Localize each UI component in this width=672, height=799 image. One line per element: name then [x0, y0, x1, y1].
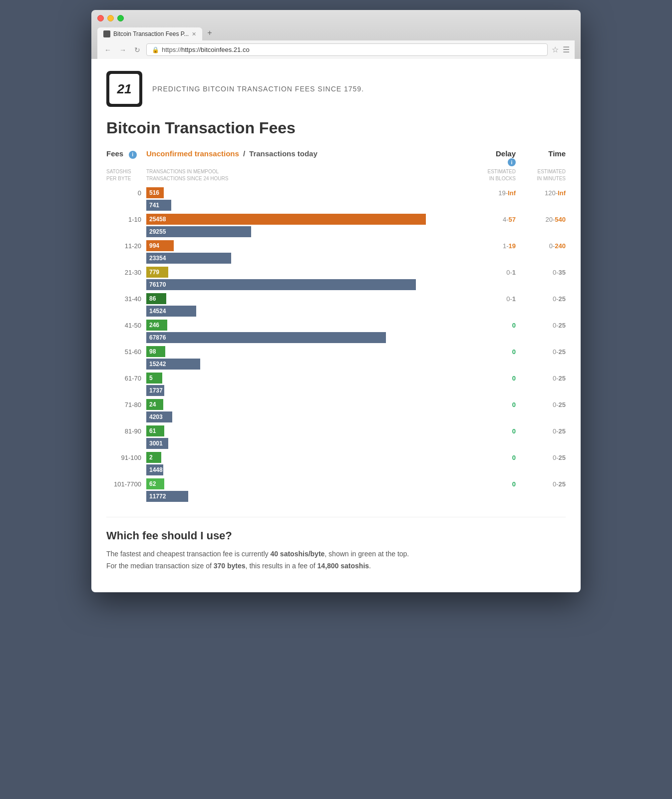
sub-transactions-header: TRANSACTIONS IN MEMPOOL TRANSACTIONS SIN…	[146, 168, 466, 182]
fee-row-101-7700: 101-7700621177200-25	[106, 478, 566, 502]
fee-range-label: 41-50	[106, 320, 146, 329]
fee-row-0: 051674119-Inf120-Inf	[106, 187, 566, 211]
fee-time: 0-35	[516, 267, 566, 276]
fee-row-91-100: 91-1002144800-25	[106, 452, 566, 475]
today-bar: 4203	[146, 411, 172, 422]
fee-delay: 0-1	[466, 293, 516, 303]
bars-container: 613001	[146, 425, 466, 449]
fee-range-label: 11-20	[106, 240, 146, 250]
unconfirmed-bar: 516	[146, 187, 164, 198]
fees-info-icon[interactable]: i	[129, 151, 137, 159]
bars-container: 24667876	[146, 320, 466, 343]
fee-delay: 0	[466, 425, 516, 435]
tab-close-icon[interactable]: ✕	[192, 31, 196, 37]
slash-divider: /	[243, 149, 245, 158]
forward-button[interactable]: →	[117, 45, 128, 55]
traffic-lights	[97, 15, 575, 21]
today-label: Transactions today	[249, 149, 318, 158]
fee-row-1-10: 1-1025458292554-5720-540	[106, 214, 566, 237]
fee-rows-container: 051674119-Inf120-Inf1-1025458292554-5720…	[106, 187, 566, 502]
unconfirmed-bar: 25458	[146, 214, 426, 225]
delay-info-icon[interactable]: i	[508, 158, 516, 166]
fee-range-label: 71-80	[106, 399, 146, 408]
bars-container: 77976170	[146, 267, 466, 290]
today-bar: 23354	[146, 253, 231, 264]
site-header: 21 PREDICTING BITCOIN TRANSACTION FEES S…	[106, 71, 566, 107]
bars-container: 6211772	[146, 478, 466, 502]
fee-row-61-70: 61-705173700-25	[106, 373, 566, 396]
tab-favicon	[103, 30, 110, 37]
new-tab-button[interactable]: +	[203, 25, 216, 40]
today-bar: 1448	[146, 464, 163, 475]
page-title: Bitcoin Transaction Fees	[106, 119, 566, 137]
fee-time: 0-25	[516, 373, 566, 382]
lock-icon: 🔒	[152, 46, 159, 53]
today-bar: 15242	[146, 359, 200, 370]
fee-delay: 0	[466, 320, 516, 329]
unconfirmed-bar: 779	[146, 267, 168, 278]
fee-row-21-30: 21-30779761700-10-35	[106, 267, 566, 290]
which-fee-text: The fastest and cheapest transaction fee…	[106, 548, 566, 572]
browser-content: 21 PREDICTING BITCOIN TRANSACTION FEES S…	[91, 59, 581, 592]
which-fee-section: Which fee should I use? The fastest and …	[106, 517, 566, 572]
fee-time: 120-Inf	[516, 187, 566, 197]
unconfirmed-label: Unconfirmed transactions	[146, 149, 239, 158]
which-fee-title: Which fee should I use?	[106, 529, 566, 542]
fee-row-81-90: 81-9061300100-25	[106, 425, 566, 449]
back-button[interactable]: ←	[102, 45, 113, 55]
today-bar: 741	[146, 200, 171, 211]
logo-text: 21	[117, 81, 132, 97]
fee-range-label: 21-30	[106, 267, 146, 276]
fee-delay: 0	[466, 373, 516, 382]
fee-row-71-80: 71-8024420300-25	[106, 399, 566, 422]
unconfirmed-bar: 86	[146, 293, 166, 304]
delay-header: Delay	[496, 149, 516, 158]
unconfirmed-bar: 994	[146, 240, 174, 251]
today-bar: 76170	[146, 279, 416, 290]
time-header: Time	[548, 149, 566, 158]
fee-row-31-40: 31-4086145240-10-25	[106, 293, 566, 317]
bars-container: 9815242	[146, 346, 466, 370]
bars-container: 516741	[146, 187, 466, 211]
fee-range-label: 91-100	[106, 452, 146, 461]
refresh-button[interactable]: ↻	[132, 45, 142, 55]
fee-range-label: 51-60	[106, 346, 146, 356]
fee-time: 20-540	[516, 214, 566, 223]
fees-col-header: Fees i	[106, 149, 146, 159]
fee-time: 0-25	[516, 478, 566, 488]
today-bar: 29255	[146, 226, 251, 237]
address-bar[interactable]: 🔒 https://https://bitcoinfees.21.co	[146, 43, 548, 56]
bars-container: 21448	[146, 452, 466, 475]
fee-time: 0-25	[516, 346, 566, 356]
browser-chrome: Bitcoin Transaction Fees P... ✕ + ← → ↻ …	[91, 10, 581, 59]
fee-delay: 19-Inf	[466, 187, 516, 197]
unconfirmed-bar: 5	[146, 373, 162, 384]
fee-delay: 0	[466, 399, 516, 408]
active-tab[interactable]: Bitcoin Transaction Fees P... ✕	[97, 27, 202, 40]
bars-container: 99423354	[146, 240, 466, 264]
tab-bar: Bitcoin Transaction Fees P... ✕ +	[97, 25, 575, 40]
today-bar: 67876	[146, 332, 386, 343]
unconfirmed-bar: 61	[146, 425, 164, 436]
fee-time: 0-25	[516, 320, 566, 329]
today-bar: 1737	[146, 385, 164, 396]
fee-range-label: 1-10	[106, 214, 146, 223]
fee-range-label: 0	[106, 187, 146, 197]
menu-button[interactable]: ☰	[563, 45, 570, 54]
sub-time-header: ESTIMATED IN MINUTES	[516, 168, 566, 182]
bars-container: 51737	[146, 373, 466, 396]
fee-range-label: 31-40	[106, 293, 146, 303]
maximize-button[interactable]	[117, 15, 124, 21]
bookmark-button[interactable]: ☆	[552, 45, 559, 54]
today-bar: 3001	[146, 438, 168, 449]
unconfirmed-bar: 246	[146, 320, 167, 331]
minimize-button[interactable]	[107, 15, 114, 21]
fee-row-41-50: 41-502466787600-25	[106, 320, 566, 343]
tab-title: Bitcoin Transaction Fees P...	[113, 30, 189, 37]
close-button[interactable]	[97, 15, 104, 21]
fee-time: 0-25	[516, 399, 566, 408]
bars-container: 244203	[146, 399, 466, 422]
fee-delay: 0	[466, 478, 516, 488]
fee-time: 0-25	[516, 293, 566, 303]
fee-time: 0-25	[516, 425, 566, 435]
